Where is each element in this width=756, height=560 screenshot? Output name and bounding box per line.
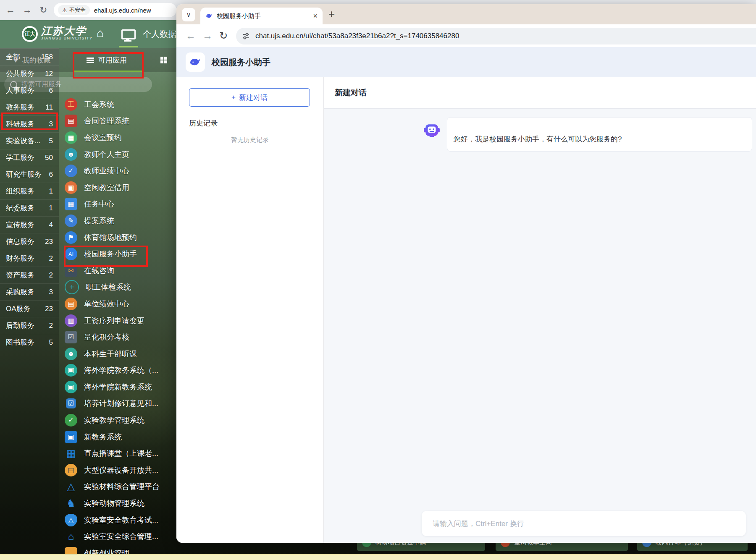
chat-browser-window: ∨ 校园服务小助手 × + ← → ↻ <box>176 4 756 543</box>
app-list-item[interactable]: +职工体检系统 <box>59 279 176 296</box>
new-tab-icon[interactable]: + <box>328 8 335 21</box>
home-icon[interactable]: ⌂ <box>97 26 104 40</box>
back-icon[interactable]: ← <box>186 29 196 42</box>
nav-personal-data[interactable]: 个人数据 <box>143 29 176 40</box>
category-item[interactable]: 资产服务2 <box>0 267 59 283</box>
category-count: 23 <box>45 305 53 313</box>
app-list-item[interactable]: ☻本科生干部听课 <box>59 345 176 362</box>
assistant-title: 校园服务小助手 <box>212 57 270 68</box>
back-icon[interactable]: ← <box>6 4 15 16</box>
category-count: 3 <box>49 288 53 296</box>
category-count: 2 <box>49 254 53 263</box>
forward-icon[interactable]: → <box>23 4 32 16</box>
app-list: 工工会系统▤合同管理系统▦会议室预约☻教师个人主页✓教师业绩中心▣空闲教室借用▦… <box>59 96 176 560</box>
new-chat-button[interactable]: + 新建对话 <box>189 88 310 107</box>
category-item[interactable]: OA服务23 <box>0 300 59 317</box>
app-label: 量化积分考核 <box>84 332 129 342</box>
category-item[interactable]: 后勤服务2 <box>0 317 59 334</box>
app-label: 工资序列申请变更 <box>84 316 144 326</box>
app-list-item[interactable]: ✎提案系统 <box>59 212 176 229</box>
app-list-item[interactable]: ▦直点播课堂（上课老... <box>59 445 176 462</box>
app-label: 海外学院新教务系统 <box>84 382 152 392</box>
app-label: 单位绩效中心 <box>84 299 129 309</box>
app-list-item[interactable]: ▣海外学院教务系统（... <box>59 362 176 379</box>
category-label: 信息服务 <box>6 237 34 246</box>
app-label: 体育馆场地预约 <box>84 233 137 243</box>
app-list-item[interactable]: ☑量化积分考核 <box>59 329 176 345</box>
app-list-item[interactable]: ▥工资序列申请变更 <box>59 312 176 329</box>
reload-icon[interactable]: ↻ <box>219 29 228 42</box>
classroom-borrow-icon: ▣ <box>65 181 77 194</box>
proposal-system-icon: ✎ <box>65 215 77 227</box>
app-list-item[interactable]: ♞实验动物管理系统 <box>59 495 176 512</box>
app-list-item[interactable]: ▣新教务系统 <box>59 429 176 445</box>
desktop-tab-indicator <box>119 46 138 47</box>
chat-url-text: chat.ujs.edu.cn/ui/chat/53a8a23f3e21b6a2… <box>255 32 459 40</box>
category-item[interactable]: 信息服务23 <box>0 233 59 250</box>
app-list-item[interactable]: ▦任务中心 <box>59 196 176 213</box>
contract-management-icon: ▤ <box>65 115 77 127</box>
app-list-item[interactable]: ▤单位绩效中心 <box>59 296 176 312</box>
app-list-item[interactable]: ☑培养计划修订意见和... <box>59 395 176 412</box>
app-list-item[interactable]: ✓实验教学管理系统 <box>59 412 176 429</box>
bot-message-text: 您好，我是校园服务小助手，有什么可以为您服务的? <box>454 134 744 144</box>
app-label: 空闲教室借用 <box>84 183 129 193</box>
category-item[interactable]: 财务服务2 <box>0 250 59 267</box>
category-item[interactable]: 研究生服务6 <box>0 166 59 183</box>
category-item[interactable]: 学工服务50 <box>0 149 59 166</box>
app-list-item[interactable]: ▣海外学院新教务系统 <box>59 379 176 395</box>
category-item[interactable]: 实验设备...5 <box>0 132 59 149</box>
tab-close-icon[interactable]: × <box>313 12 318 21</box>
category-label: 全部 <box>6 52 20 62</box>
tab-search-chevron-button[interactable]: ∨ <box>182 8 195 21</box>
category-count: 2 <box>49 271 53 280</box>
app-list-item[interactable]: ☻教师个人主页 <box>59 146 176 163</box>
category-item[interactable]: 人事服务6 <box>0 82 59 99</box>
app-list-item[interactable]: ⚑体育馆场地预约 <box>59 229 176 246</box>
category-item[interactable]: 图书服务5 <box>0 334 59 351</box>
app-list-item[interactable]: ✓教师业绩中心 <box>59 162 176 179</box>
category-count: 4 <box>49 221 53 229</box>
security-chip[interactable]: ⚠ 不安全 <box>58 5 90 15</box>
category-item[interactable]: 全部158 <box>0 48 59 65</box>
category-item[interactable]: 采购服务3 <box>0 283 59 300</box>
grid-view-icon[interactable] <box>160 57 163 60</box>
app-list-item[interactable]: ▦会议室预约 <box>59 129 176 146</box>
app-list-item[interactable]: △实验室安全教育考试... <box>59 512 176 529</box>
annotation-box-available-apps <box>73 52 144 79</box>
forward-icon[interactable]: → <box>202 29 213 42</box>
app-label: 新教务系统 <box>84 432 122 442</box>
app-list-item[interactable]: ▣空闲教室借用 <box>59 179 176 196</box>
app-list-item[interactable]: △实验材料综合管理平台 <box>59 479 176 495</box>
app-label: 职工体检系统 <box>86 282 131 292</box>
category-label: 图书服务 <box>6 338 34 347</box>
university-logo-icon[interactable]: 江大 <box>22 26 38 42</box>
category-item[interactable]: 宣传服务4 <box>0 216 59 233</box>
whale-favicon-icon <box>205 12 213 20</box>
address-bar[interactable]: ⚠ 不安全 ehall.ujs.edu.cn/new <box>54 3 176 17</box>
app-list-item[interactable]: ▤合同管理系统 <box>59 113 176 130</box>
app-label: 工会系统 <box>84 99 114 110</box>
chat-input[interactable]: 请输入问题，Ctrl+Enter 换行 <box>422 511 746 536</box>
category-item[interactable]: 组织服务1 <box>0 183 59 199</box>
chat-address-bar[interactable]: chat.ujs.edu.cn/ui/chat/53a8a23f3e21b6a2… <box>236 28 756 44</box>
teacher-performance-icon: ✓ <box>65 165 77 177</box>
conversation-title: 新建对话 <box>324 77 756 109</box>
desktop-icon[interactable] <box>121 29 136 39</box>
app-label: 实验动物管理系统 <box>84 498 144 508</box>
app-label: 直点播课堂（上课老... <box>84 448 158 458</box>
category-item[interactable]: 纪委服务1 <box>0 199 59 216</box>
app-list-item[interactable]: ⌂实验室安全综合管理... <box>59 528 176 545</box>
app-list-item[interactable]: 工工会系统 <box>59 96 176 113</box>
app-label: 实验室安全综合管理... <box>84 531 158 542</box>
app-list-item[interactable]: ▤大型仪器设备开放共... <box>59 462 176 479</box>
category-label: 后勤服务 <box>6 321 34 330</box>
category-label: 纪委服务 <box>6 203 34 213</box>
app-label: 任务中心 <box>84 199 114 209</box>
chat-browser-tab[interactable]: 校园服务小助手 × <box>200 8 323 24</box>
reload-icon[interactable]: ↻ <box>39 4 47 16</box>
category-item[interactable]: 公共服务12 <box>0 65 59 82</box>
category-count: 50 <box>45 154 53 162</box>
tune-icon[interactable] <box>242 32 250 40</box>
warning-icon: ⚠ <box>62 7 67 13</box>
